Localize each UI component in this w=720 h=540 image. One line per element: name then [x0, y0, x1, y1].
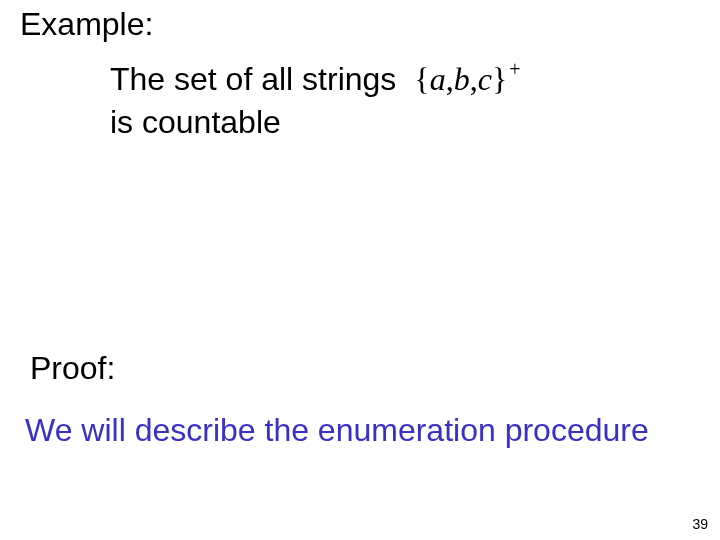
set-exponent-plus: +	[509, 58, 520, 80]
page-number: 39	[692, 516, 708, 532]
set-element-b: b	[454, 61, 470, 97]
statement-line1: The set of all strings {a,b,c}+	[110, 58, 519, 101]
proof-body: We will describe the enumeration procedu…	[25, 412, 649, 449]
brace-close: }	[492, 61, 507, 97]
set-element-c: c	[478, 61, 492, 97]
statement-line2: is countable	[110, 101, 519, 144]
set-expression: {a,b,c}+	[414, 58, 518, 101]
statement-prefix: The set of all strings	[110, 58, 396, 101]
proof-heading: Proof:	[30, 350, 115, 387]
set-sep2: ,	[470, 61, 478, 97]
slide: Example: The set of all strings {a,b,c}+…	[0, 0, 720, 540]
example-heading: Example:	[20, 6, 153, 43]
brace-open: {	[414, 61, 429, 97]
set-sep1: ,	[446, 61, 454, 97]
set-element-a: a	[430, 61, 446, 97]
statement-block: The set of all strings {a,b,c}+ is count…	[110, 58, 519, 144]
